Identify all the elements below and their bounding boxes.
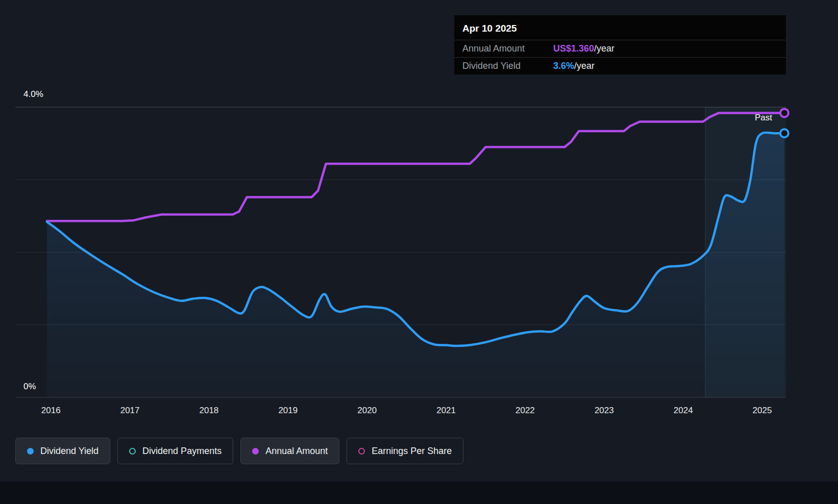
dividend-payments-marker-icon — [129, 448, 136, 455]
legend-dividend-payments-label: Dividend Payments — [142, 446, 221, 457]
legend-annual-amount-label: Annual Amount — [265, 446, 328, 457]
x-tick-2020: 2020 — [357, 406, 377, 416]
tooltip-row-annual-amount: Annual Amount US$1.360/year — [454, 40, 786, 57]
footer-strip — [0, 482, 838, 504]
legend-dividend-payments[interactable]: Dividend Payments — [117, 438, 233, 464]
chart-tooltip: Apr 10 2025 Annual Amount US$1.360/year … — [454, 15, 786, 74]
tooltip-date: Apr 10 2025 — [454, 15, 786, 40]
tooltip-dividend-yield-label: Dividend Yield — [462, 61, 553, 71]
x-tick-2025: 2025 — [753, 406, 772, 416]
chart-legend: Dividend YieldDividend PaymentsAnnual Am… — [15, 438, 463, 464]
x-tick-2018: 2018 — [199, 406, 218, 416]
tooltip-annual-amount-suffix: /year — [594, 43, 614, 54]
y-axis-label-top: 4.0% — [23, 89, 43, 99]
past-region-label: Past — [755, 113, 772, 123]
tooltip-dividend-yield-suffix: /year — [574, 61, 595, 71]
x-tick-2019: 2019 — [278, 406, 298, 416]
tooltip-annual-amount-value: US$1.360 — [553, 43, 594, 54]
earnings-per-share-marker-icon — [358, 448, 365, 455]
x-tick-2023: 2023 — [595, 406, 614, 416]
x-tick-2024: 2024 — [674, 406, 693, 416]
legend-dividend-yield[interactable]: Dividend Yield — [15, 438, 110, 464]
dividend-yield-marker-icon — [27, 448, 34, 455]
legend-annual-amount[interactable]: Annual Amount — [240, 438, 339, 464]
x-tick-2017: 2017 — [120, 406, 140, 416]
x-tick-2021: 2021 — [436, 406, 456, 416]
tooltip-dividend-yield-value: 3.6% — [553, 61, 574, 71]
annual-amount-marker-icon — [252, 448, 259, 455]
x-tick-2016: 2016 — [41, 406, 61, 416]
x-tick-2022: 2022 — [515, 406, 535, 416]
dividend-history-chart-page: Apr 10 2025 Annual Amount US$1.360/year … — [0, 0, 838, 504]
y-axis-label-bottom: 0% — [23, 382, 36, 392]
legend-earnings-per-share[interactable]: Earnings Per Share — [347, 438, 463, 464]
tooltip-annual-amount-label: Annual Amount — [462, 43, 553, 54]
x-axis: 2016201720182019202020212022202320242025 — [0, 406, 838, 419]
legend-earnings-per-share-label: Earnings Per Share — [372, 446, 452, 457]
tooltip-row-dividend-yield: Dividend Yield 3.6%/year — [454, 57, 786, 74]
legend-dividend-yield-label: Dividend Yield — [40, 446, 98, 457]
